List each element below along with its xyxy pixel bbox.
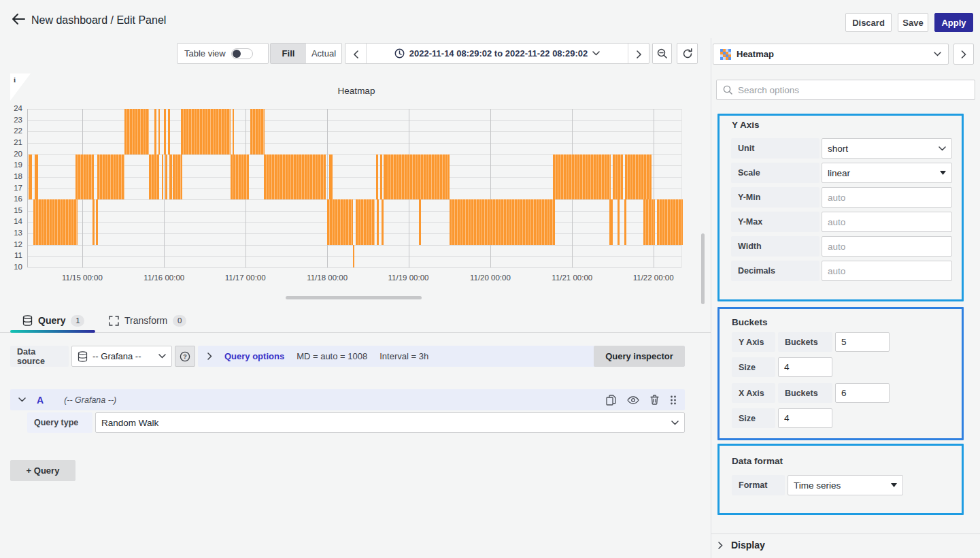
scale-select[interactable]: linear bbox=[822, 163, 952, 183]
chevron-down-icon bbox=[158, 354, 166, 359]
chevron-down-icon bbox=[934, 52, 941, 56]
heatmap-cell bbox=[624, 199, 626, 245]
heatmap-cell bbox=[173, 154, 182, 200]
heatmap-cell bbox=[613, 154, 623, 200]
y-min-input[interactable] bbox=[822, 187, 952, 208]
vertical-scrollbar[interactable] bbox=[701, 233, 705, 304]
add-query-button[interactable]: + Query bbox=[10, 460, 75, 481]
heatmap-cell bbox=[419, 199, 421, 245]
y-axis-section-title: Y Axis bbox=[732, 120, 760, 130]
options-search-input[interactable] bbox=[738, 85, 968, 95]
buckets-x-count-input[interactable] bbox=[835, 383, 890, 403]
options-pane-divider bbox=[711, 38, 711, 558]
heatmap-cell bbox=[327, 199, 353, 245]
y-axis-tick-label: 17 bbox=[5, 184, 22, 192]
zoom-out-button[interactable] bbox=[652, 43, 672, 64]
hide-query-eye-icon[interactable] bbox=[627, 396, 639, 404]
heatmap-cell bbox=[553, 154, 611, 200]
format-value: Time series bbox=[794, 480, 841, 491]
database-icon bbox=[78, 351, 88, 362]
unit-select[interactable]: short bbox=[822, 138, 952, 159]
y-axis-tick-label: 21 bbox=[5, 138, 22, 146]
heatmap-cell bbox=[92, 199, 95, 245]
x-axis-tick-label: 11/22 00:00 bbox=[629, 274, 678, 282]
drag-handle-icon[interactable] bbox=[670, 395, 677, 405]
delete-query-trash-icon[interactable] bbox=[650, 395, 659, 405]
width-input[interactable] bbox=[822, 236, 952, 257]
heatmap-cell bbox=[33, 199, 78, 245]
query-options-link[interactable]: Query options bbox=[224, 351, 284, 361]
heatmap-cell bbox=[231, 154, 249, 200]
buckets-x-axis-label: X Axis bbox=[732, 383, 775, 403]
decimals-input[interactable] bbox=[822, 261, 952, 281]
format-select[interactable]: Time series bbox=[788, 475, 903, 495]
buckets-section-title: Buckets bbox=[732, 317, 768, 327]
gridline-h bbox=[28, 233, 681, 234]
y-max-input[interactable] bbox=[822, 212, 952, 232]
buckets-y-count-label: Buckets bbox=[778, 332, 832, 352]
y-axis-tick-label: 23 bbox=[5, 116, 22, 124]
svg-text:?: ? bbox=[183, 353, 187, 360]
refresh-button[interactable] bbox=[677, 43, 698, 64]
query-inspector-button[interactable]: Query inspector bbox=[594, 346, 685, 367]
format-label: Format bbox=[732, 475, 785, 495]
buckets-y-count-input[interactable] bbox=[835, 332, 890, 352]
buckets-x-count-label: Buckets bbox=[778, 383, 832, 403]
time-shift-forward-button[interactable] bbox=[628, 44, 649, 65]
table-view-toggle[interactable] bbox=[231, 48, 253, 59]
query-row-header[interactable]: A (-- Grafana --) bbox=[10, 389, 685, 410]
table-view-control: Table view bbox=[177, 43, 269, 64]
x-axis-tick-label: 11/20 00:00 bbox=[466, 274, 515, 282]
tab-query[interactable]: Query 1 bbox=[22, 312, 84, 329]
display-section-divider bbox=[711, 534, 980, 534]
heatmap-plot-area[interactable]: 10111213141516171819202122232411/15 00:0… bbox=[27, 109, 682, 267]
back-arrow-icon[interactable] bbox=[11, 13, 26, 25]
visualization-picker[interactable]: Heatmap bbox=[713, 44, 949, 65]
chevron-right-icon bbox=[718, 542, 723, 549]
time-shift-back-button[interactable] bbox=[345, 44, 366, 65]
heatmap-cell bbox=[162, 154, 163, 200]
x-axis-tick-label: 11/17 00:00 bbox=[221, 274, 270, 282]
unit-label: Unit bbox=[731, 138, 820, 159]
chevron-right-icon[interactable] bbox=[207, 352, 212, 360]
datasource-select[interactable]: -- Grafana -- bbox=[71, 346, 172, 367]
fill-segment[interactable]: Fill bbox=[271, 44, 306, 63]
actual-segment[interactable]: Actual bbox=[306, 44, 341, 63]
discard-button[interactable]: Discard bbox=[845, 13, 892, 32]
options-pane-collapse-button[interactable] bbox=[953, 44, 974, 65]
heatmap-cell bbox=[124, 109, 150, 154]
chevron-down-icon[interactable] bbox=[18, 397, 26, 402]
heatmap-cell bbox=[96, 199, 98, 245]
apply-button[interactable]: Apply bbox=[934, 13, 973, 32]
buckets-y-size-input[interactable] bbox=[778, 357, 832, 377]
scale-value: linear bbox=[828, 168, 850, 178]
heatmap-cell bbox=[169, 154, 172, 200]
tab-transform[interactable]: Transform 0 bbox=[109, 312, 186, 329]
buckets-x-size-input[interactable] bbox=[778, 408, 832, 428]
y-min-label: Y-Min bbox=[731, 187, 820, 208]
transform-icon bbox=[109, 316, 119, 326]
heatmap-cell bbox=[377, 199, 379, 245]
duplicate-query-icon[interactable] bbox=[606, 395, 616, 406]
heatmap-cell bbox=[75, 154, 94, 200]
y-axis-tick-label: 19 bbox=[5, 161, 22, 169]
display-section-title: Display bbox=[731, 540, 765, 551]
toggle-knob bbox=[233, 50, 241, 58]
width-label: Width bbox=[731, 236, 820, 257]
heatmap-cell bbox=[35, 154, 39, 200]
gridline-h bbox=[28, 256, 681, 257]
datasource-help-button[interactable]: ? bbox=[175, 346, 195, 367]
heatmap-cell bbox=[657, 199, 683, 245]
time-range-button[interactable]: 2022-11-14 08:29:02 to 2022-11-22 08:29:… bbox=[366, 44, 628, 63]
y-axis-tick-label: 12 bbox=[5, 240, 22, 248]
query-type-select[interactable]: Random Walk bbox=[95, 412, 685, 433]
display-section-toggle[interactable]: Display bbox=[718, 540, 765, 551]
y-axis-tick-label: 11 bbox=[5, 251, 22, 259]
buckets-y-size-label: Size bbox=[732, 357, 775, 377]
heatmap-cell bbox=[609, 199, 613, 245]
heatmap-cell bbox=[164, 109, 166, 154]
time-picker-group: 2022-11-14 08:29:02 to 2022-11-22 08:29:… bbox=[345, 43, 649, 64]
save-button[interactable]: Save bbox=[898, 13, 928, 32]
horizontal-scrollbar[interactable] bbox=[286, 296, 422, 299]
info-icon: i bbox=[14, 76, 16, 84]
